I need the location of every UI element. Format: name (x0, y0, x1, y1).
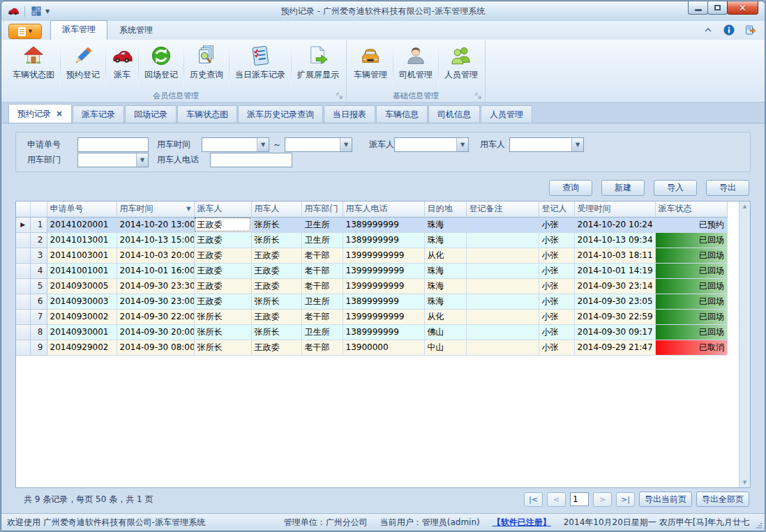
export-current-page-button[interactable]: 导出当前页 (639, 492, 692, 507)
cell[interactable]: 王政委 (251, 263, 301, 278)
ribbon-button-driver[interactable]: 司机管理 (394, 42, 437, 89)
ribbon-button-screen-doc[interactable]: 扩展屏显示 (292, 42, 344, 89)
last-page-button[interactable]: >| (616, 492, 635, 507)
cell[interactable]: 张所长 (251, 324, 301, 340)
cell[interactable]: 王政委 (251, 278, 301, 294)
doc-tab-5[interactable]: 派车历史记录查询 (238, 105, 323, 123)
cell[interactable]: 2014-10-03 20:00 (117, 248, 194, 263)
cell[interactable]: 珠海 (424, 278, 466, 294)
cell[interactable] (466, 309, 539, 324)
cell[interactable]: 卫生所 (301, 232, 343, 248)
next-page-button[interactable]: > (593, 492, 612, 507)
department-input[interactable] (78, 153, 136, 167)
table-row[interactable]: 3201410030012014-10-03 20:00王政委王政委老干部139… (16, 248, 728, 263)
cell[interactable]: 王政委 (194, 217, 251, 232)
cell[interactable]: 13999999999 (343, 278, 424, 294)
cell[interactable]: 2014-09-30 20:00 (117, 324, 194, 340)
dispatcher-combobox[interactable]: ▼ (394, 137, 469, 152)
scroll-up-icon[interactable]: ▲ (743, 204, 746, 209)
doc-tab-9[interactable]: 人员管理 (481, 105, 532, 123)
layout-grid-icon[interactable] (31, 6, 42, 17)
cell-status[interactable]: 已回场 (655, 309, 728, 324)
cell[interactable]: 13900000 (343, 340, 424, 355)
cell[interactable]: 20141020001 (47, 217, 117, 232)
doc-tab-3[interactable]: 回场记录 (125, 105, 177, 123)
chevron-down-icon[interactable]: ▼ (340, 138, 352, 151)
column-header[interactable]: 派车人 (194, 202, 251, 217)
cell[interactable]: 王政委 (194, 278, 251, 294)
minimize-button[interactable] (688, 1, 708, 15)
chevron-down-icon[interactable]: ▼ (45, 8, 50, 15)
user-combobox[interactable]: ▼ (509, 137, 584, 152)
column-header[interactable]: 登记备注 (466, 202, 539, 217)
column-header[interactable]: 用车人 (251, 202, 301, 217)
first-page-button[interactable]: |< (524, 492, 543, 507)
cell[interactable]: 卫生所 (301, 294, 343, 309)
cell[interactable]: 老干部 (301, 340, 343, 355)
cell[interactable]: 王政委 (194, 263, 251, 278)
doc-tab-6[interactable]: 当日报表 (324, 105, 375, 123)
cell[interactable]: 中山 (424, 340, 466, 355)
chevron-down-icon[interactable]: ▼ (456, 138, 468, 151)
table-row[interactable]: 6201409300032014-09-30 23:00王政委张所长卫生所138… (16, 294, 728, 309)
app-menu-button[interactable]: ▼ (8, 24, 42, 39)
cell[interactable]: 佛山 (424, 324, 466, 340)
cell-status[interactable]: 已回场 (655, 263, 728, 278)
table-row[interactable]: 4201410010012014-10-01 16:00王政委王政委老干部139… (16, 263, 728, 278)
close-button[interactable]: ✕ (727, 1, 758, 15)
table-row[interactable]: 5201409300052014-09-30 23:30王政委王政委老干部139… (16, 278, 728, 294)
cell[interactable]: 从化 (424, 309, 466, 324)
cell[interactable]: 1389999999 (343, 294, 424, 309)
cell[interactable]: 20140930005 (47, 278, 117, 294)
cell[interactable]: 2014-10-13 15:00 (117, 232, 194, 248)
cell[interactable]: 小张 (539, 324, 574, 340)
table-row[interactable]: 7201409300022014-09-30 22:00张所长王政委老干部139… (16, 309, 728, 324)
page-number-input[interactable] (570, 492, 589, 506)
cell[interactable]: 张所长 (194, 309, 251, 324)
doc-tab-1[interactable]: 预约记录× (8, 104, 72, 123)
cell[interactable]: 张所长 (194, 324, 251, 340)
ribbon-button-pencil[interactable]: 预约登记 (61, 42, 105, 89)
cell[interactable]: 老干部 (301, 248, 343, 263)
column-header[interactable]: 受理时间 (574, 202, 655, 217)
cell[interactable] (466, 232, 539, 248)
use-time-to-input[interactable] (285, 138, 340, 151)
close-tab-icon[interactable]: × (56, 109, 63, 119)
cell[interactable]: 2014-09-30 08:00 (117, 340, 194, 355)
cell[interactable]: 20141001001 (47, 263, 117, 278)
column-header[interactable]: 登记人 (539, 202, 574, 217)
cell[interactable]: 珠海 (424, 294, 466, 309)
cell[interactable]: 2014-10-13 09:34 (574, 232, 655, 248)
cell[interactable]: 珠海 (424, 263, 466, 278)
cell[interactable]: 20141013001 (47, 232, 117, 248)
cell-status[interactable]: 已回场 (655, 278, 728, 294)
doc-tab-2[interactable]: 派车记录 (73, 105, 124, 123)
cell[interactable]: 从化 (424, 248, 466, 263)
vertical-scrollbar[interactable]: ▲ ▼ (739, 202, 750, 487)
cell[interactable]: 小张 (539, 248, 574, 263)
cell[interactable]: 王政委 (194, 294, 251, 309)
cell[interactable]: 张所长 (251, 294, 301, 309)
cell[interactable] (466, 340, 539, 355)
cell[interactable]: 老干部 (301, 278, 343, 294)
cell[interactable]: 王政委 (251, 340, 301, 355)
cell[interactable]: 张所长 (194, 340, 251, 355)
cell[interactable]: 2014-09-30 23:30 (117, 278, 194, 294)
cell[interactable]: 小张 (539, 309, 574, 324)
dialog-launcher-icon[interactable] (475, 93, 482, 100)
cell[interactable]: 小张 (539, 340, 574, 355)
cell[interactable]: 13999999999 (343, 248, 424, 263)
column-header[interactable]: 申请单号 (47, 202, 117, 217)
export-button[interactable]: 导出 (706, 180, 749, 196)
cell[interactable]: 小张 (539, 217, 574, 232)
maximize-button[interactable] (707, 1, 728, 15)
cell[interactable]: 张所长 (251, 217, 301, 232)
cell[interactable]: 珠海 (424, 217, 466, 232)
use-time-from-combobox[interactable]: ▼ (202, 137, 269, 152)
cell[interactable]: 2014-10-03 18:11 (574, 248, 655, 263)
cell[interactable]: 2014-09-30 23:14 (574, 278, 655, 294)
cell[interactable]: 小张 (539, 294, 574, 309)
cell[interactable] (466, 278, 539, 294)
request-no-input[interactable] (77, 137, 149, 152)
cell[interactable] (466, 263, 539, 278)
